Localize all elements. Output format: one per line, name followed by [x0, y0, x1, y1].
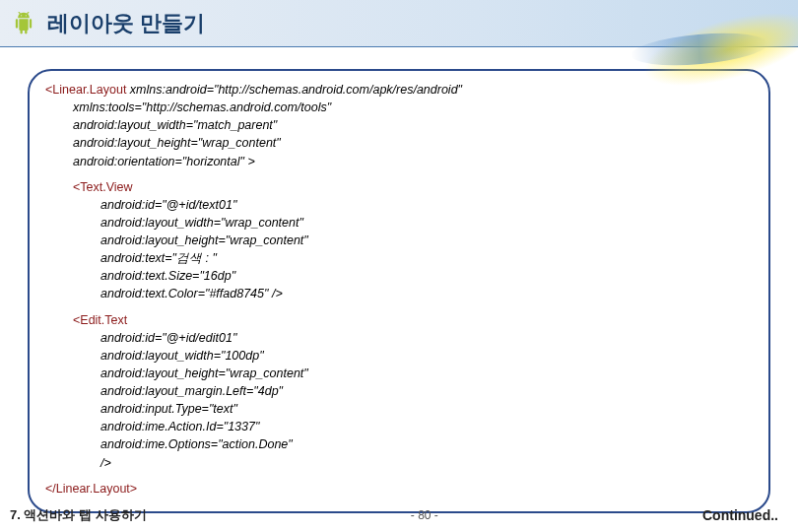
attr-xmlns-android: xmlns:android="http://schemas.android.co…	[130, 83, 462, 97]
header-bar: 레이아웃 만들기	[0, 0, 798, 47]
attr-ll-width: android:layout_width="match_parent"	[45, 116, 753, 134]
attr-ll-orientation: android:orientation="horizontal" >	[45, 153, 753, 170]
page-title: 레이아웃 만들기	[47, 9, 205, 38]
android-icon	[10, 10, 37, 37]
attr-ll-height: android:layout_height="wrap_content"	[45, 134, 753, 152]
footer-chapter: 7. 액션바와 탭 사용하기	[10, 506, 147, 524]
attr-et-height: android:layout_height="wrap_content"	[45, 365, 753, 382]
attr-xmlns-tools: xmlns:tools="http://schemas.android.com/…	[45, 99, 753, 116]
code-box: <Linear.Layout xmlns:android="http://sch…	[28, 69, 770, 513]
attr-tv-textsize: android:text.Size="16dp"	[45, 267, 753, 285]
linear-layout-open: <Linear.Layout xmlns:android="http://sch…	[45, 81, 753, 170]
attr-tv-text: android:text="검색 : "	[45, 249, 753, 267]
text-view-block: <Text.View android:id="@+id/text01" andr…	[45, 178, 753, 303]
tag-text-view: <Text.View	[45, 178, 753, 196]
footer-page: - 80 -	[147, 508, 702, 522]
attr-et-imeoptions: android:ime.Options="action.Done"	[45, 435, 753, 453]
attr-et-imeactionid: android:ime.Action.Id="1337"	[45, 418, 753, 435]
attr-tv-textcolor: android:text.Color="#ffad8745" />	[45, 285, 753, 302]
footer: 7. 액션바와 탭 사용하기 - 80 - Continued..	[0, 506, 798, 524]
attr-et-inputtype: android:input.Type="text"	[45, 400, 753, 418]
edit-text-block: <Edit.Text android:id="@+id/edit01" andr…	[45, 311, 753, 472]
footer-continued: Continued..	[702, 507, 778, 523]
attr-et-id: android:id="@+id/edit01"	[45, 329, 753, 347]
attr-tv-id: android:id="@+id/text01"	[45, 196, 753, 214]
tag-edit-text: <Edit.Text	[45, 311, 753, 329]
tag-linear-layout: <Linear.Layout	[45, 83, 126, 97]
attr-tv-height: android:layout_height="wrap_content"	[45, 232, 753, 249]
attr-et-marginleft: android:layout_margin.Left="4dp"	[45, 382, 753, 400]
attr-tv-width: android:layout_width="wrap_content"	[45, 214, 753, 232]
attr-et-close: />	[45, 454, 753, 472]
attr-et-width: android:layout_width="100dp"	[45, 347, 753, 365]
content-area: <Linear.Layout xmlns:android="http://sch…	[0, 47, 798, 513]
tag-linear-layout-close: </Linear.Layout>	[45, 480, 753, 498]
